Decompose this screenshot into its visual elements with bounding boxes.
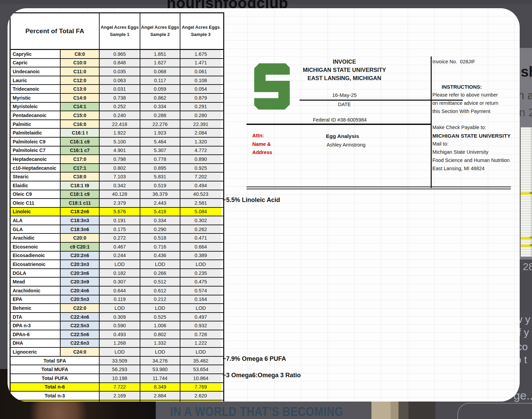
fa-value-s3: 0.061 (180, 67, 221, 76)
table-row: PalmiticC16:022.41822.27622.391 (11, 120, 223, 129)
total-value-s3: 53.654 (180, 365, 221, 373)
col-header-sample1: Angel Acres Eggs Sample 1 (100, 13, 140, 49)
fa-value-s2: 0.290 (140, 225, 180, 233)
fa-table: Percent of Total FA Angel Acres Eggs Sam… (10, 12, 224, 402)
instructions-line2: on remittance advice or return (432, 100, 498, 106)
fa-name: Myristoleic (11, 103, 61, 111)
fa-value-s3: 0.728 (180, 330, 221, 339)
fa-value-s1: 0.493 (100, 330, 140, 339)
fa-value-s1: 1.922 (100, 129, 140, 137)
fa-value-s3: 1.471 (180, 59, 221, 67)
fa-value-s1: 0.309 (100, 313, 140, 321)
table-row: EicosatrienoicC20:3n3LODLODLOD (11, 260, 223, 269)
fa-value-s1: 0.240 (100, 111, 140, 119)
fa-value-s2: 0.117 (140, 76, 180, 85)
table-row: c10-HeptadecanoicC17:10.8020.8950.925 (11, 164, 223, 173)
fa-value-s3: 5.084 (180, 208, 221, 216)
fa-value-s2: 0.334 (140, 103, 180, 111)
fa-value-s2: 0.059 (140, 85, 180, 93)
annotation-omega6: ~7.9% Omega 6 PUFA (223, 355, 286, 363)
attachment-thumbnail[interactable]: ~5.5 ~7.9 ~3 (520, 127, 532, 257)
fa-code: C14:1 (61, 103, 100, 111)
fa-name: ALA (11, 216, 61, 225)
fa-name: Pentadecanoic (11, 111, 61, 119)
total-value-s1: 3.561 (100, 401, 140, 402)
invoice-org-line1: MICHIGAN STATE UNIVERSITY (246, 67, 442, 73)
fa-name: DPA n-3 (11, 321, 61, 330)
input-box-outline[interactable] (457, 403, 532, 419)
table-row: MyristoleicC14:10.2520.3340.291 (11, 103, 223, 112)
table-row: ALAC18:3n30.1910.3340.302 (11, 216, 223, 225)
fa-value-s2: 0.519 (140, 181, 180, 190)
fa-value-s3: LOD (180, 260, 221, 268)
table-row: Oleic C11C18:1 c112.3792.4432.581 (11, 199, 223, 208)
fa-name: Behenic (11, 304, 61, 312)
fa-value-s3: 0.054 (180, 85, 221, 93)
table-row: EicosadienoicC20:2n60.2440.4360.389 (11, 252, 223, 261)
total-value-s3: 2.965 (180, 401, 221, 402)
fa-code: C20:3n9 (61, 278, 100, 286)
fa-code: C17:1 (61, 164, 100, 172)
fa-code: C20:2n6 (61, 252, 100, 260)
fa-name: DPAn-6 (11, 330, 61, 339)
table-row: UndecanoicC11:00.0350.0680.061 (11, 67, 223, 76)
fa-value-s2: 0.068 (140, 67, 180, 76)
total-label: Total PUFA (11, 374, 100, 382)
fa-value-s1: 0.035 (100, 67, 140, 76)
table-row: LauricC12:00.0630.1170.108 (11, 76, 223, 85)
name-label: Name & (252, 141, 271, 147)
table-title: Percent of Total FA (11, 13, 100, 49)
fa-name: Capric (11, 59, 61, 67)
fa-name: Undecanoic (11, 67, 61, 76)
fa-name: Palmitic (11, 120, 61, 128)
table-row: Palmitoleic C7C16:1 c74.9015.3074.772 (11, 147, 223, 155)
invoice-org-line2: EAST LANSING, MICHIGAN (246, 75, 442, 81)
fa-value-s3: 0.664 (180, 243, 221, 251)
fa-name: Palmitoleic C7 (11, 147, 61, 155)
fa-code: C12:0 (61, 76, 100, 85)
fa-value-s1: 1.268 (100, 339, 140, 347)
table-row: PalmitelaidicC16:1 t1.9221.9232.084 (11, 129, 223, 138)
table-row: EPAC20:5n30.1190.2120.164 (11, 295, 223, 304)
invoice-date: 16-May-25 (246, 92, 442, 98)
federal-id: Federal ID #38-6005984 (246, 117, 433, 123)
fa-code: C18:3n3 (61, 216, 100, 225)
thumb-label: ~3 (529, 244, 532, 246)
table-row: ArachidicC20:00.2720.5180.471 (11, 234, 223, 243)
fa-name: c10-Heptadecanoic (11, 164, 61, 172)
fa-value-s3: 0.262 (180, 225, 221, 233)
fa-code: C22:5n3 (61, 321, 100, 330)
col-header-line: Angel Acres Eggs (182, 24, 220, 31)
fa-name: Eicosadienoic (11, 252, 61, 260)
annotation-ratio: ~3 Omega6:Omega 3 Ratio (223, 372, 301, 379)
mail-line1: Michigan State University (432, 149, 489, 155)
panel-divider (431, 56, 432, 188)
table-total-row: Total MUFA56.29353.98053.654 (11, 365, 223, 374)
fa-value-s2: 5.464 (140, 138, 180, 146)
fa-code: C15:0 (61, 111, 100, 119)
fa-value-s1: 0.644 (100, 287, 140, 295)
fa-value-s3: 0.389 (180, 252, 221, 260)
text-fragment-n2: n 2 (519, 106, 532, 119)
fa-code: C16:1 c9 (61, 138, 100, 146)
fa-value-s1: 0.467 (100, 243, 140, 251)
table-total-row: Total n-32.1692.8842.620 (11, 392, 223, 401)
fa-value-s3: 1.675 (180, 50, 221, 58)
fa-value-s3: LOD (180, 304, 221, 312)
fa-value-s3: 0.494 (180, 181, 221, 190)
table-row: Eicosenoicc9 C20:10.4670.7160.664 (11, 243, 223, 252)
fa-name: Heptadecanoic (11, 155, 61, 163)
fa-code: C16:1 t (61, 129, 100, 137)
fa-value-s2: 5.307 (140, 147, 180, 155)
fa-value-s3: 4.772 (180, 147, 221, 155)
mail-line3: East Lansing, MI 48824 (432, 166, 484, 171)
date-label: DATE (246, 102, 442, 107)
fa-value-s1: 0.175 (100, 225, 140, 233)
table-row: DTAC22:4n60.3090.5250.497 (11, 313, 223, 322)
fa-code: C20:0 (61, 234, 100, 242)
total-value-s1: 10.198 (100, 374, 140, 382)
fa-value-s1: 0.798 (100, 155, 140, 163)
fa-name: GLA (11, 225, 61, 233)
fa-value-s2: 0.716 (140, 243, 180, 251)
spreadsheet-image[interactable]: Percent of Total FA Angel Acres Eggs Sam… (8, 8, 520, 402)
